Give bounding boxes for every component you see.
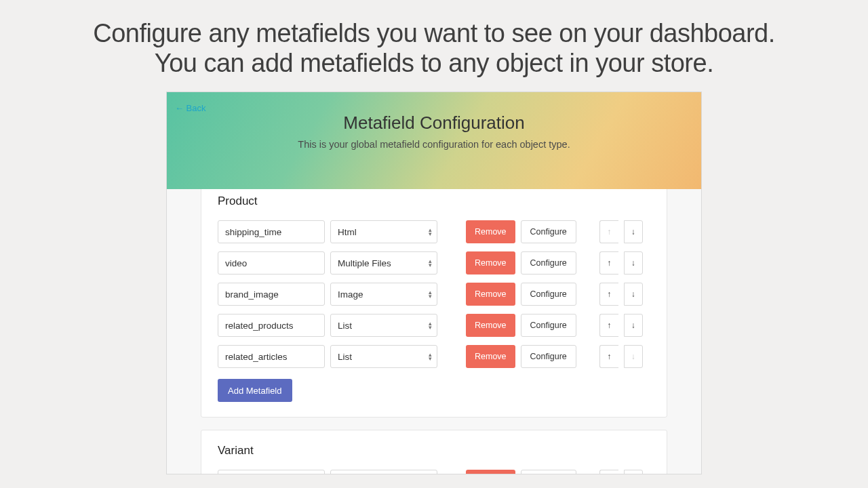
configure-button[interactable]: Configure (521, 470, 576, 474)
page-subtitle: This is your global metafield configurat… (167, 139, 701, 150)
move-down-button[interactable]: ↓ (624, 470, 643, 474)
configure-button[interactable]: Configure (521, 283, 576, 306)
move-down-button: ↓ (624, 345, 643, 368)
metafield-type-select[interactable]: List (330, 345, 437, 368)
metafield-name-input[interactable] (218, 345, 325, 368)
move-down-button[interactable]: ↓ (624, 283, 643, 306)
section-card-product: ProductHtml▴▾RemoveConfigure↑↓Multiple F… (201, 180, 667, 418)
remove-button[interactable]: Remove (466, 220, 515, 243)
section-title: Variant (218, 444, 650, 458)
section-card-variant: VariantString▴▾RemoveConfigure↑↓Add Meta… (201, 430, 667, 474)
panel-header: ← Back Metafield Configuration This is y… (167, 92, 701, 189)
metafield-row: List▴▾RemoveConfigure↑↓ (218, 345, 650, 368)
move-up-button: ↑ (599, 220, 618, 243)
marketing-headline: Configure any metafields you want to see… (41, 19, 827, 78)
configure-button[interactable]: Configure (521, 220, 576, 243)
metafield-row: List▴▾RemoveConfigure↑↓ (218, 314, 650, 337)
section-title: Product (218, 195, 650, 208)
metafield-type-select[interactable]: Multiple Files (330, 251, 437, 274)
configure-button[interactable]: Configure (521, 251, 576, 274)
metafield-type-select[interactable]: Html (330, 220, 437, 243)
move-down-button[interactable]: ↓ (624, 314, 643, 337)
metafield-type-select[interactable]: Image (330, 283, 437, 306)
metafield-name-input[interactable] (218, 220, 325, 243)
metafield-type-select[interactable]: String (330, 470, 437, 474)
back-link[interactable]: ← Back (175, 103, 206, 113)
move-up-button[interactable]: ↑ (599, 283, 618, 306)
remove-button[interactable]: Remove (466, 283, 515, 306)
add-metafield-button[interactable]: Add Metafield (218, 379, 292, 402)
headline-line2: You can add metafields to any object in … (155, 49, 713, 77)
remove-button[interactable]: Remove (466, 251, 515, 274)
metafield-row: Image▴▾RemoveConfigure↑↓ (218, 283, 650, 306)
metafield-row: Html▴▾RemoveConfigure↑↓ (218, 220, 650, 243)
metafield-name-input[interactable] (218, 470, 325, 474)
move-down-button[interactable]: ↓ (624, 220, 643, 243)
move-up-button[interactable]: ↑ (599, 345, 618, 368)
remove-button[interactable]: Remove (466, 470, 515, 474)
metafield-row: Multiple Files▴▾RemoveConfigure↑↓ (218, 251, 650, 274)
move-up-button: ↑ (599, 470, 618, 474)
move-up-button[interactable]: ↑ (599, 314, 618, 337)
page-title: Metafield Configuration (167, 113, 701, 134)
headline-line1: Configure any metafields you want to see… (93, 19, 775, 47)
remove-button[interactable]: Remove (466, 345, 515, 368)
configure-button[interactable]: Configure (521, 345, 576, 368)
move-down-button[interactable]: ↓ (624, 251, 643, 274)
move-up-button[interactable]: ↑ (599, 251, 618, 274)
metafield-name-input[interactable] (218, 283, 325, 306)
metafield-name-input[interactable] (218, 314, 325, 337)
app-window: ← Back Metafield Configuration This is y… (166, 92, 702, 474)
metafield-row: String▴▾RemoveConfigure↑↓ (218, 470, 650, 474)
metafield-name-input[interactable] (218, 251, 325, 274)
metafield-type-select[interactable]: List (330, 314, 437, 337)
configure-button[interactable]: Configure (521, 314, 576, 337)
content-area: ProductHtml▴▾RemoveConfigure↑↓Multiple F… (167, 180, 701, 474)
remove-button[interactable]: Remove (466, 314, 515, 337)
